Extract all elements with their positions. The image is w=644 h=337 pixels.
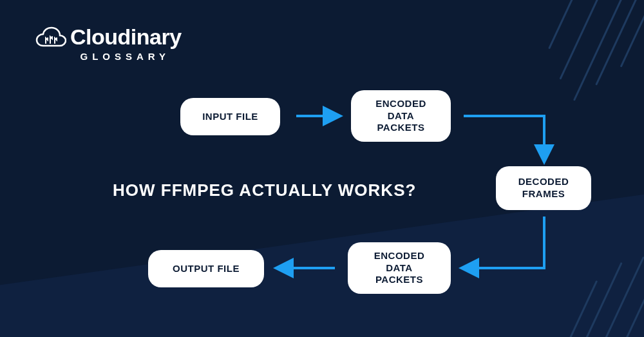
node-encoded-output: ENCODED DATA PACKETS [348,242,451,294]
cloud-icon [35,26,66,48]
decor-slash [573,0,627,101]
decor-slash [548,0,574,49]
logo-subtitle: GLOSSARY [80,51,170,62]
node-input-file: INPUT FILE [180,98,280,135]
node-encoded-input: ENCODED DATA PACKETS [351,90,451,142]
logo: Cloudinary GLOSSARY [35,24,182,62]
node-output-file: OUTPUT FILE [148,250,264,287]
logo-brand-text: Cloudinary [70,24,182,50]
node-decoded-frames: DECODED FRAMES [496,166,591,210]
decor-slash [595,0,643,86]
diagram-title: HOW FFMPEG ACTUALLY WORKS? [113,180,416,200]
